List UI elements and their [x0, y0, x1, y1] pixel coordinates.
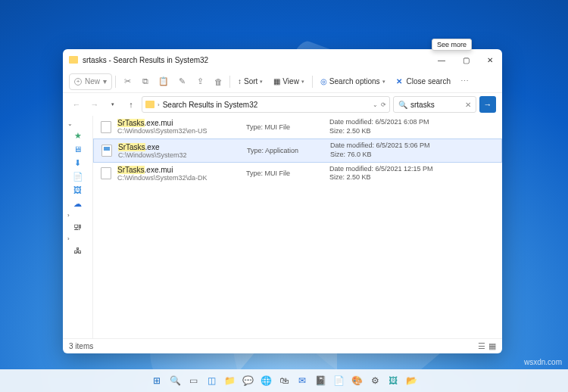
- onedrive-item[interactable]: ☁: [71, 198, 85, 209]
- sort-button[interactable]: ↕ Sort ▾: [233, 73, 267, 90]
- breadcrumb-text: Search Results in System32: [163, 101, 258, 109]
- file-type: Type: Application: [247, 147, 330, 154]
- file-name: SrTasks.exe.mui: [117, 166, 246, 174]
- file-type: Type: MUI File: [246, 170, 329, 177]
- teams-icon[interactable]: 💬: [241, 374, 254, 387]
- search-result-row[interactable]: SrTasks.exe.muiC:\Windows\System32\en-US…: [93, 116, 502, 138]
- search-input[interactable]: 🔍 srtasks ✕: [393, 96, 476, 113]
- file-meta: Date modified: 6/5/2021 5:06 PMSize: 76.…: [330, 142, 430, 159]
- search-result-row[interactable]: SrTasks.exeC:\Windows\System32Type: Appl…: [93, 138, 502, 162]
- file-type: Type: MUI File: [246, 123, 329, 131]
- search-value: srtasks: [410, 101, 435, 109]
- icons-view-button[interactable]: ▦: [488, 341, 496, 351]
- refresh-button[interactable]: ⟳: [381, 101, 386, 108]
- documents-item[interactable]: 📄: [71, 171, 85, 182]
- file-icon: [101, 145, 112, 157]
- file-name: SrTasks.exe: [118, 143, 247, 151]
- window-icon: [69, 56, 78, 64]
- share-button[interactable]: ⇪: [192, 73, 208, 90]
- search-go-button[interactable]: →: [479, 96, 496, 113]
- sort-label: Sort: [244, 77, 257, 86]
- details-view-button[interactable]: ☰: [478, 341, 485, 351]
- chevron-right-icon: ›: [158, 101, 160, 108]
- explorer-icon[interactable]: 📁: [223, 374, 236, 387]
- minimize-button[interactable]: ―: [429, 49, 454, 70]
- delete-button[interactable]: 🗑: [210, 73, 226, 90]
- command-bar: + New ▾ ✂ ⧉ 📋 ✎ ⇪ 🗑 ↕ Sort ▾ ▦ View ▾ ◎ …: [63, 70, 502, 93]
- copy-button[interactable]: ⧉: [137, 73, 154, 90]
- plus-icon: +: [74, 78, 82, 86]
- new-label: New: [85, 77, 100, 86]
- file-name-column: SrTasks.exe.muiC:\Windows\System32\en-US: [117, 119, 246, 135]
- address-bar-row: ← → ▾ ↑ › Search Results in System32 ⌄ ⟳…: [63, 93, 502, 116]
- photos-icon[interactable]: 🖼: [386, 374, 400, 387]
- view-label: View: [282, 77, 299, 86]
- paste-button[interactable]: 📋: [155, 73, 172, 90]
- quick-access-item[interactable]: ★: [71, 130, 85, 141]
- back-button[interactable]: ←: [69, 97, 84, 112]
- view-icon: ▦: [273, 77, 280, 86]
- file-icon: [101, 167, 111, 179]
- start-icon[interactable]: ⊞: [150, 374, 164, 387]
- pictures-item[interactable]: 🖼: [71, 185, 85, 195]
- file-path: C:\Windows\System32: [118, 151, 247, 159]
- edge-icon[interactable]: 🌐: [259, 374, 273, 387]
- search-result-row[interactable]: SrTasks.exe.muiC:\Windows\System32\da-DK…: [93, 163, 502, 185]
- clear-search-icon[interactable]: ✕: [465, 101, 471, 109]
- widgets-icon[interactable]: ◫: [204, 374, 218, 387]
- cut-button[interactable]: ✂: [119, 73, 136, 90]
- downloads-item[interactable]: ⬇: [71, 157, 85, 168]
- settings-icon[interactable]: ⚙: [368, 374, 382, 387]
- taskview-icon[interactable]: ▭: [186, 374, 200, 387]
- file-name-column: SrTasks.exeC:\Windows\System32: [118, 143, 247, 159]
- forward-button[interactable]: →: [87, 97, 102, 112]
- mail-icon[interactable]: ✉: [295, 374, 309, 387]
- sort-icon: ↕: [238, 77, 242, 86]
- close-search-button[interactable]: ✕ Close search: [392, 73, 455, 90]
- maximize-button[interactable]: ▢: [454, 49, 478, 70]
- search-options-label: Search options: [329, 77, 380, 86]
- file-meta: Date modified: 6/5/2021 6:08 PMSize: 2.5…: [329, 118, 429, 135]
- more-button[interactable]: ⋯: [457, 73, 473, 90]
- taskbar[interactable]: ⊞🔍▭◫📁💬🌐🛍✉📓📄🎨⚙🖼📂: [0, 369, 568, 392]
- file-icon: [101, 121, 111, 133]
- titlebar[interactable]: srtasks - Search Results in System32 ― ▢…: [63, 49, 502, 70]
- view-button[interactable]: ▦ View ▾: [269, 73, 309, 90]
- tree-expand-icon[interactable]: ›: [67, 212, 70, 219]
- close-search-label: Close search: [407, 77, 451, 86]
- window-title: srtasks - Search Results in System32: [83, 56, 429, 64]
- rename-button[interactable]: ✎: [173, 73, 190, 90]
- network-item[interactable]: 🖧: [71, 245, 85, 256]
- file-path: C:\Windows\System32\da-DK: [117, 174, 246, 182]
- new-button[interactable]: + New ▾: [69, 73, 112, 90]
- desktop-item[interactable]: 🖥: [71, 144, 85, 154]
- status-bar: 3 items ☰ ▦: [63, 338, 502, 353]
- word-icon[interactable]: 📄: [332, 374, 345, 387]
- search-icon[interactable]: 🔍: [168, 374, 182, 387]
- search-results: SrTasks.exe.muiC:\Windows\System32\en-US…: [93, 116, 502, 338]
- chevron-down-icon: ▾: [301, 79, 304, 85]
- close-button[interactable]: ✕: [478, 49, 502, 70]
- address-bar[interactable]: › Search Results in System32 ⌄ ⟳: [142, 96, 390, 113]
- search-options-icon: ◎: [320, 77, 327, 86]
- navigation-pane[interactable]: ⌄ ★ 🖥 ⬇ 📄 🖼 ☁ › 🖳 › 🖧: [63, 116, 93, 338]
- file-explorer-window: See more srtasks - Search Results in Sys…: [63, 49, 502, 353]
- file-name: SrTasks.exe.mui: [117, 119, 246, 127]
- item-count: 3 items: [69, 342, 93, 350]
- search-options-button[interactable]: ◎ Search options ▾: [316, 73, 390, 90]
- folder-icon[interactable]: 📂: [404, 374, 418, 387]
- onenote-icon[interactable]: 📓: [314, 374, 327, 387]
- file-name-column: SrTasks.exe.muiC:\Windows\System32\da-DK: [117, 166, 246, 182]
- paint-icon[interactable]: 🎨: [350, 374, 364, 387]
- chevron-down-icon: ▾: [103, 77, 107, 86]
- tree-expand-icon[interactable]: ›: [67, 235, 70, 242]
- store-icon[interactable]: 🛍: [277, 374, 291, 387]
- chevron-down-icon[interactable]: ⌄: [373, 101, 378, 108]
- tree-expand-icon[interactable]: ⌄: [67, 120, 73, 127]
- close-search-icon: ✕: [396, 77, 402, 86]
- up-button[interactable]: ↑: [123, 97, 139, 112]
- folder-icon: [145, 101, 154, 108]
- this-pc-item[interactable]: 🖳: [71, 222, 85, 232]
- search-icon: 🔍: [398, 101, 407, 109]
- recent-button[interactable]: ▾: [105, 97, 120, 112]
